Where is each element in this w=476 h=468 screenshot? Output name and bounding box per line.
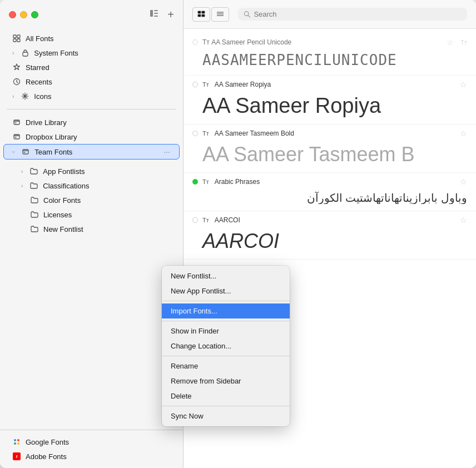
font-type-indicator: Тт xyxy=(202,81,209,88)
menu-item-change-location[interactable]: Change Location... xyxy=(162,338,290,354)
search-icon xyxy=(244,11,250,18)
font-status-badge xyxy=(192,179,198,185)
svg-rect-12 xyxy=(23,150,28,154)
font-item: Тт AA Sameer Tasmeem Bold ☆ AA Sameer Ta… xyxy=(184,125,476,173)
search-bar[interactable] xyxy=(238,8,467,21)
sidebar-item-drive-library[interactable]: Drive Library xyxy=(3,115,180,130)
folder-icon xyxy=(30,210,39,219)
close-button[interactable] xyxy=(9,11,16,18)
font-item-header: Тт AA Sameer Ropiya ☆ xyxy=(192,80,467,89)
add-button[interactable]: + xyxy=(167,8,174,21)
main-toolbar xyxy=(184,0,476,29)
star-button[interactable]: ☆ xyxy=(460,177,467,186)
menu-item-import-fonts[interactable]: Import Fonts... xyxy=(162,303,290,318)
font-preview: AA Sameer Tasmeem B xyxy=(192,140,467,166)
more-info: Тт xyxy=(460,39,467,46)
view-toggle xyxy=(192,7,229,22)
font-type-indicator: Тт xyxy=(202,178,209,185)
chevron-right-icon: › xyxy=(12,50,14,56)
sidebar-item-color-fonts[interactable]: Color Fonts xyxy=(3,193,180,207)
star-button[interactable]: ☆ xyxy=(460,80,467,89)
star-button[interactable]: ☆ xyxy=(460,216,467,225)
folder-icon xyxy=(29,181,38,190)
font-status-badge xyxy=(192,131,198,136)
folder-icon xyxy=(30,225,39,233)
sidebar-item-label: Licenses xyxy=(43,211,171,219)
svg-rect-10 xyxy=(14,120,19,125)
maximize-button[interactable] xyxy=(31,11,38,18)
font-item-header: Тт AA Sameer Tasmeem Bold ☆ xyxy=(192,129,467,138)
sidebar-item-system-fonts[interactable]: › System Fonts xyxy=(3,46,180,60)
sidebar-item-all-fonts[interactable]: All Fonts xyxy=(3,31,180,46)
star-button[interactable]: ☆ xyxy=(447,38,454,47)
svg-point-16 xyxy=(17,442,19,445)
sidebar-item-dropbox-library[interactable]: Dropbox Library xyxy=(3,130,180,144)
star-icon xyxy=(12,63,21,72)
titlebar: + xyxy=(0,0,183,29)
sidebar-item-icons[interactable]: › Icons xyxy=(3,89,180,103)
grid-view-button[interactable] xyxy=(192,7,210,22)
menu-item-new-fontlist[interactable]: New Fontlist... xyxy=(162,268,290,283)
drive-icon xyxy=(12,118,21,127)
font-item: Tт AA Sameer Pencil Unicode ☆ Тт AASAMEE… xyxy=(184,33,476,76)
menu-item-remove-from-sidebar[interactable]: Remove from Sidebar xyxy=(162,374,290,389)
sidebar-item-label: App Fontlists xyxy=(43,167,171,176)
svg-rect-20 xyxy=(202,14,205,17)
more-options-button[interactable]: ··· xyxy=(163,147,170,156)
search-input[interactable] xyxy=(254,10,462,18)
font-item-header: Tт AA Sameer Pencil Unicode ☆ Тт xyxy=(192,38,467,47)
font-status-badge xyxy=(192,39,198,45)
sidebar-toggle-icon xyxy=(150,9,158,18)
font-name: AARCOI xyxy=(215,216,455,224)
sidebar-item-adobe-fonts[interactable]: f Adobe Fonts xyxy=(3,449,180,464)
sidebar-section-main: All Fonts › System Fonts Star xyxy=(0,29,183,106)
sidebar-item-team-fonts[interactable]: › Team Fonts ··· xyxy=(3,144,180,160)
chevron-right-icon: › xyxy=(12,93,14,99)
svg-rect-5 xyxy=(17,35,20,38)
sidebar-item-starred[interactable]: Starred xyxy=(3,60,180,74)
font-type-indicator: Тт xyxy=(202,130,209,137)
sidebar-item-new-fontlist[interactable]: New Fontlist xyxy=(3,222,180,236)
svg-rect-18 xyxy=(202,11,205,13)
menu-item-sync-now[interactable]: Sync Now xyxy=(162,409,290,424)
sidebar: + All Fonts › xyxy=(0,0,184,468)
sidebar-item-recents[interactable]: Recents xyxy=(3,74,180,89)
svg-point-13 xyxy=(14,439,16,441)
font-preview: AASAMEERPENCILUNICODE xyxy=(192,49,467,68)
folder-icon xyxy=(29,167,38,176)
sidebar-section-libraries: Drive Library Dropbox Library › xyxy=(0,113,183,162)
chevron-right-icon: › xyxy=(21,183,23,189)
sidebar-item-google-fonts[interactable]: Google Fonts xyxy=(3,435,180,449)
font-item: Тт Arabic Phrases ☆ وباول بابرازيناتهانا… xyxy=(184,173,476,211)
menu-item-new-app-fontlist[interactable]: New App Fontlist... xyxy=(162,283,290,298)
adobe-icon: f xyxy=(12,452,21,461)
font-name: Arabic Phrases xyxy=(215,178,455,186)
menu-item-rename[interactable]: Rename xyxy=(162,359,290,374)
svg-rect-3 xyxy=(154,16,158,17)
font-status-badge xyxy=(192,217,198,223)
font-item-header: Тт Arabic Phrases ☆ xyxy=(192,177,467,186)
minimize-button[interactable] xyxy=(20,11,27,18)
sidebar-item-app-fontlists[interactable]: › App Fontlists xyxy=(3,164,180,178)
grid-view-icon xyxy=(197,11,205,17)
list-view-button[interactable] xyxy=(211,7,229,22)
svg-point-24 xyxy=(244,12,249,16)
svg-rect-6 xyxy=(13,39,16,42)
sidebar-item-label: System Fonts xyxy=(34,49,171,57)
sidebar-item-label: Starred xyxy=(26,63,171,72)
menu-item-show-in-finder[interactable]: Show in Finder xyxy=(162,323,290,338)
svg-line-25 xyxy=(249,16,250,17)
star-button[interactable]: ☆ xyxy=(460,129,467,138)
sidebar-toggle-button[interactable] xyxy=(150,9,158,20)
sidebar-item-classifications[interactable]: › Classifications xyxy=(3,178,180,193)
lock-icon xyxy=(21,48,29,57)
sparkle-icon xyxy=(21,92,29,101)
svg-rect-7 xyxy=(17,39,20,42)
menu-item-delete[interactable]: Delete xyxy=(162,389,290,404)
font-preview: وباول بابرازيناتهاناتهاشتيت الكورآن xyxy=(192,188,467,204)
font-name: Tт AA Sameer Pencil Unicode xyxy=(202,38,442,46)
google-icon xyxy=(12,437,21,446)
sidebar-item-label: Drive Library xyxy=(26,118,171,127)
menu-separator xyxy=(162,301,290,301)
sidebar-item-licenses[interactable]: Licenses xyxy=(3,207,180,222)
